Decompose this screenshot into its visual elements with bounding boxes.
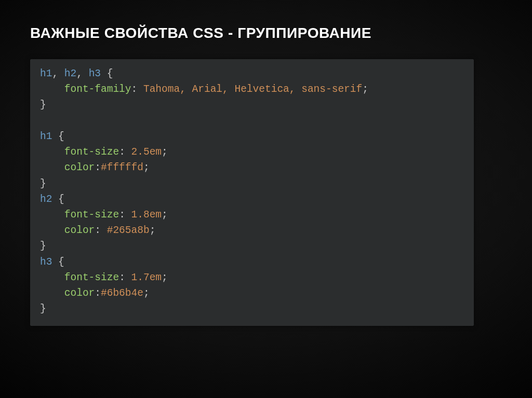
slide-title: ВАЖНЫЕ СВОЙСТВА CSS - ГРУППИРОВАНИЕ <box>30 25 502 42</box>
slide: ВАЖНЫЕ СВОЙСТВА CSS - ГРУППИРОВАНИЕ h1, … <box>0 0 532 326</box>
code-panel: h1, h2, h3 { font-family: Tahoma, Arial,… <box>30 59 474 326</box>
css-code-block: h1, h2, h3 { font-family: Tahoma, Arial,… <box>40 66 464 317</box>
